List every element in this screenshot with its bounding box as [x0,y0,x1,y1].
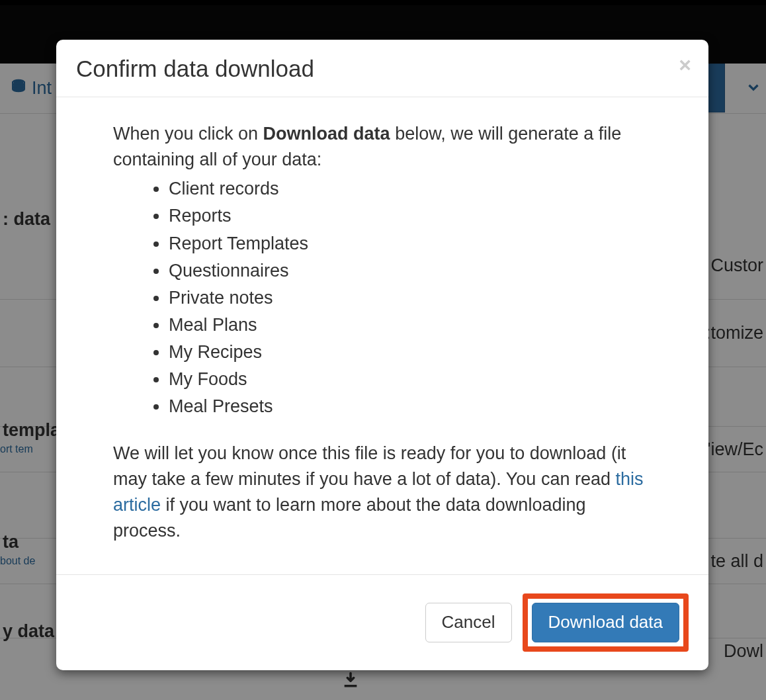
close-icon[interactable]: × [679,54,691,75]
list-item: Report Templates [169,230,652,257]
list-item: Questionnaires [169,257,652,284]
list-item: My Recipes [169,339,652,366]
modal-body: When you click on Download data below, w… [56,97,708,574]
list-item: Client records [169,175,652,202]
list-item: Reports [169,202,652,230]
download-data-button[interactable]: Download data [532,603,679,642]
list-item: Meal Presets [169,393,652,420]
modal-header: Confirm data download × [56,40,708,97]
list-item: Private notes [169,284,652,312]
modal-outro-text: We will let you know once this file is r… [113,441,652,545]
list-item: Meal Plans [169,312,652,339]
modal-footer: Cancel Download data [56,574,708,670]
confirm-download-modal: Confirm data download × When you click o… [56,40,708,670]
list-item: My Foods [169,366,652,393]
modal-intro-text: When you click on Download data below, w… [113,121,652,173]
modal-title: Confirm data download [76,56,689,82]
tutorial-highlight: Download data [523,593,689,652]
data-items-list: Client records Reports Report Templates … [113,175,652,420]
cancel-button[interactable]: Cancel [425,603,512,642]
